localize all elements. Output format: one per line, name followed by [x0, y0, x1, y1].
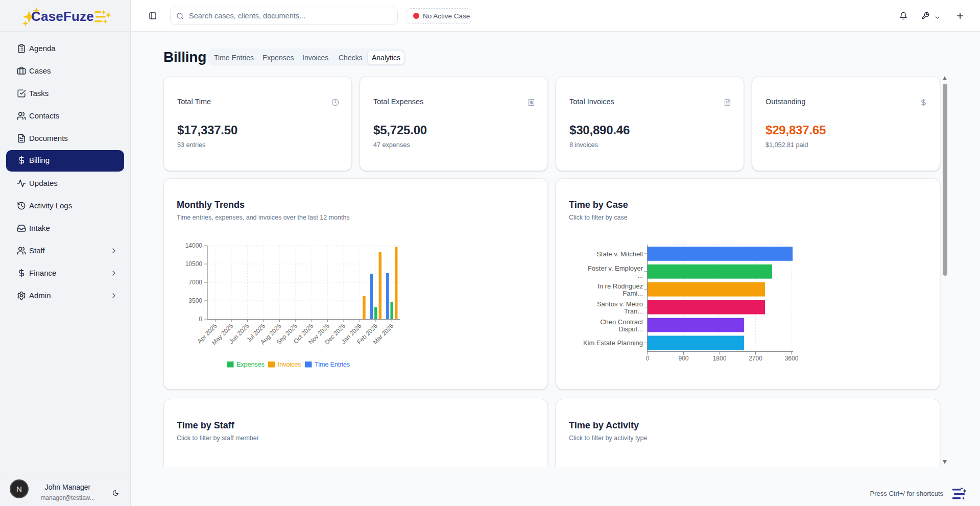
svg-text:State v. Mitchell: State v. Mitchell	[596, 250, 643, 258]
svg-text:Invoices: Invoices	[278, 360, 301, 368]
svg-text:Santos v. Metro: Santos v. Metro	[597, 300, 643, 308]
svg-text:Time Entries: Time Entries	[315, 360, 350, 368]
svg-text:2700: 2700	[749, 355, 762, 362]
svg-text:0: 0	[199, 316, 202, 323]
svg-text:Tran...: Tran...	[624, 307, 643, 315]
svg-text:10500: 10500	[185, 260, 203, 268]
svg-text:900: 900	[678, 355, 688, 362]
svg-text:Expenses: Expenses	[236, 360, 265, 368]
svg-text:7000: 7000	[188, 279, 202, 286]
svg-text:0: 0	[646, 355, 650, 362]
svg-text:Foster v. Employer: Foster v. Employer	[588, 264, 643, 272]
svg-text:1800: 1800	[713, 355, 727, 362]
svg-text:14000: 14000	[185, 242, 203, 249]
svg-text:–...: –...	[634, 272, 643, 279]
svg-text:3500: 3500	[188, 297, 202, 304]
svg-text:In re Rodriguez: In re Rodriguez	[597, 282, 643, 290]
svg-text:Chen Contract: Chen Contract	[600, 318, 643, 326]
svg-text:CaseFuze: CaseFuze	[31, 9, 94, 24]
svg-text:Fami...: Fami...	[623, 290, 643, 297]
svg-text:Disput...: Disput...	[618, 325, 643, 333]
svg-text:Kim Estate Planning: Kim Estate Planning	[583, 339, 643, 347]
svg-text:3600: 3600	[785, 355, 799, 362]
